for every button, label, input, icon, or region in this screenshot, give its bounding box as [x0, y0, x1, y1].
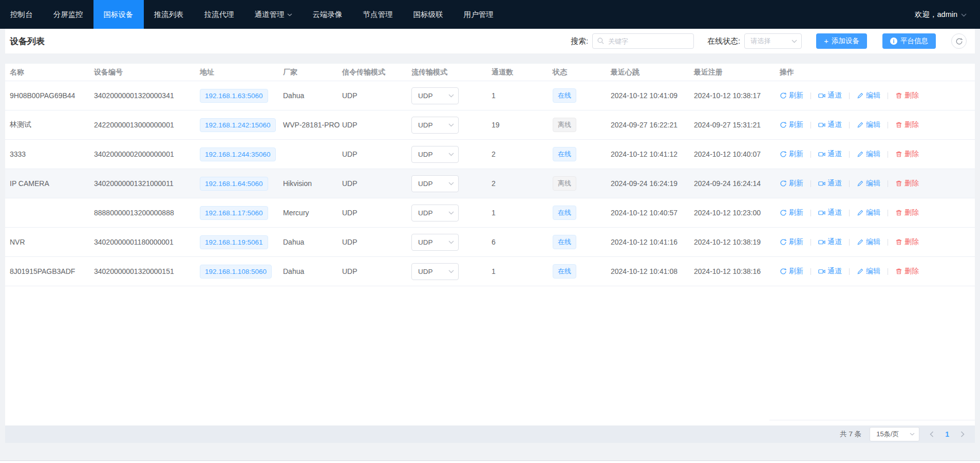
delete-action[interactable]: 删除: [895, 91, 919, 100]
edit-action[interactable]: 编辑: [857, 120, 880, 129]
divider: [811, 239, 811, 246]
video-camera-icon: [818, 238, 825, 246]
chevron-down-icon: [448, 240, 454, 244]
delete-action[interactable]: 删除: [895, 150, 919, 159]
nav-tab-user-mgmt[interactable]: 用户管理: [454, 0, 504, 29]
stream-mode-select[interactable]: UDP: [411, 117, 459, 134]
nav-tab-gb-device[interactable]: 国标设备: [93, 0, 144, 29]
chevron-down-icon: [448, 270, 454, 273]
refresh-action[interactable]: 刷新: [780, 179, 803, 188]
chevron-down-icon: [287, 13, 292, 16]
cell-manufacturer: WVP-28181-PRO: [283, 121, 342, 129]
stream-mode-select[interactable]: UDP: [411, 263, 459, 280]
online-status-select[interactable]: 请选择: [744, 33, 802, 49]
page-number[interactable]: 1: [945, 430, 949, 438]
nav-tab-gb-cascade[interactable]: 国标级联: [403, 0, 454, 29]
cell-heartbeat: 2024-10-12 10:41:09: [611, 91, 694, 100]
divider: [888, 210, 888, 216]
next-page-button[interactable]: [957, 431, 968, 437]
stream-mode-select[interactable]: UDP: [411, 175, 459, 192]
nav-tab-console[interactable]: 控制台: [0, 0, 43, 29]
trash-icon: [895, 121, 902, 128]
table-row: NVR 34020000001180000001 192.168.1.19:50…: [5, 228, 975, 257]
prev-page-button[interactable]: [927, 431, 937, 437]
stream-mode-select[interactable]: UDP: [411, 87, 459, 104]
channels-action[interactable]: 通道: [818, 179, 842, 188]
divider: [888, 268, 888, 275]
delete-action[interactable]: 删除: [895, 267, 919, 276]
toolbar: 设备列表 搜索: 在线状态: 请选择 + 添加设备 i 平台信息: [5, 29, 975, 53]
refresh-action[interactable]: 刷新: [780, 91, 803, 100]
refresh-list-button[interactable]: [951, 33, 967, 49]
refresh-action[interactable]: 刷新: [780, 208, 803, 217]
stream-mode-select[interactable]: UDP: [411, 146, 459, 163]
platform-info-button[interactable]: i 平台信息: [882, 33, 936, 49]
delete-action[interactable]: 删除: [895, 120, 919, 129]
refresh-action[interactable]: 刷新: [780, 150, 803, 159]
edit-action[interactable]: 编辑: [857, 237, 880, 247]
cell-registered: 2024-10-12 10:38:19: [694, 238, 780, 246]
plus-icon: +: [824, 37, 828, 45]
nav-tab-channel-mgmt[interactable]: 通道管理: [244, 0, 303, 29]
chevron-down-icon: [448, 211, 454, 215]
edit-action[interactable]: 编辑: [857, 267, 880, 276]
chevron-down-icon: [910, 433, 915, 436]
chevron-down-icon: [448, 153, 454, 156]
fixed-column-border: [769, 420, 975, 420]
col-name: 名称: [10, 68, 94, 77]
trash-icon: [895, 92, 902, 99]
channels-action[interactable]: 通道: [818, 120, 842, 129]
cell-signaling-mode: UDP: [342, 267, 411, 275]
edit-action[interactable]: 编辑: [857, 150, 880, 159]
channels-action[interactable]: 通道: [818, 150, 842, 159]
pagination-bar: 共 7 条 15条/页 1: [5, 425, 975, 443]
channels-action[interactable]: 通道: [818, 237, 842, 247]
status-badge: 在线: [553, 264, 576, 279]
pencil-icon: [857, 209, 864, 216]
col-heartbeat: 最近心跳: [611, 68, 694, 77]
channels-action[interactable]: 通道: [818, 267, 842, 276]
nav-tab-pull-proxy[interactable]: 拉流代理: [194, 0, 244, 29]
col-operations: 操作: [780, 68, 970, 77]
cell-channels: 2: [492, 150, 553, 158]
divider: [811, 92, 811, 99]
stream-mode-select[interactable]: UDP: [411, 205, 459, 221]
cell-name: IP CAMERA: [10, 179, 94, 188]
edit-action[interactable]: 编辑: [857, 91, 880, 100]
cell-device-id: 88880000013200000888: [94, 209, 200, 217]
table-row: IP CAMERA 34020000001321000011 192.168.1…: [5, 169, 975, 198]
refresh-icon: [780, 180, 787, 187]
status-badge: 离线: [553, 118, 576, 132]
nav-tab-cloud-record[interactable]: 云端录像: [303, 0, 353, 29]
stream-mode-select[interactable]: UDP: [411, 234, 459, 251]
page-size-select[interactable]: 15条/页: [870, 427, 919, 441]
table-row: 林测试 24220000013000000001 192.168.1.242:1…: [5, 110, 975, 140]
nav-tab-node-mgmt[interactable]: 节点管理: [353, 0, 403, 29]
refresh-action[interactable]: 刷新: [780, 267, 803, 276]
channels-action[interactable]: 通道: [818, 208, 842, 217]
edit-action[interactable]: 编辑: [857, 208, 880, 217]
nav-tab-push-list[interactable]: 推流列表: [144, 0, 194, 29]
refresh-action[interactable]: 刷新: [780, 120, 803, 129]
add-device-button[interactable]: + 添加设备: [816, 33, 867, 49]
edit-action[interactable]: 编辑: [857, 179, 880, 188]
search-input[interactable]: [592, 33, 694, 49]
chevron-right-icon: [960, 431, 965, 437]
delete-action[interactable]: 删除: [895, 179, 919, 188]
divider: [849, 180, 850, 187]
chevron-down-icon: [448, 123, 454, 127]
channels-action[interactable]: 通道: [818, 91, 842, 100]
cell-manufacturer: Hikvision: [283, 179, 342, 188]
divider: [888, 180, 888, 187]
device-table: 名称 设备编号 地址 厂家 信令传输模式 流传输模式 通道数 状态 最近心跳 最…: [5, 64, 975, 443]
user-menu[interactable]: 欢迎，admin: [901, 0, 980, 29]
cell-heartbeat: 2024-09-24 16:24:19: [611, 179, 694, 188]
pencil-icon: [857, 238, 864, 246]
refresh-icon: [780, 268, 787, 275]
refresh-action[interactable]: 刷新: [780, 237, 803, 247]
nav-tab-split-monitor[interactable]: 分屏监控: [43, 0, 93, 29]
online-status-label: 在线状态:: [707, 36, 740, 46]
delete-action[interactable]: 删除: [895, 237, 919, 247]
status-badge: 在线: [553, 88, 576, 103]
delete-action[interactable]: 删除: [895, 208, 919, 217]
